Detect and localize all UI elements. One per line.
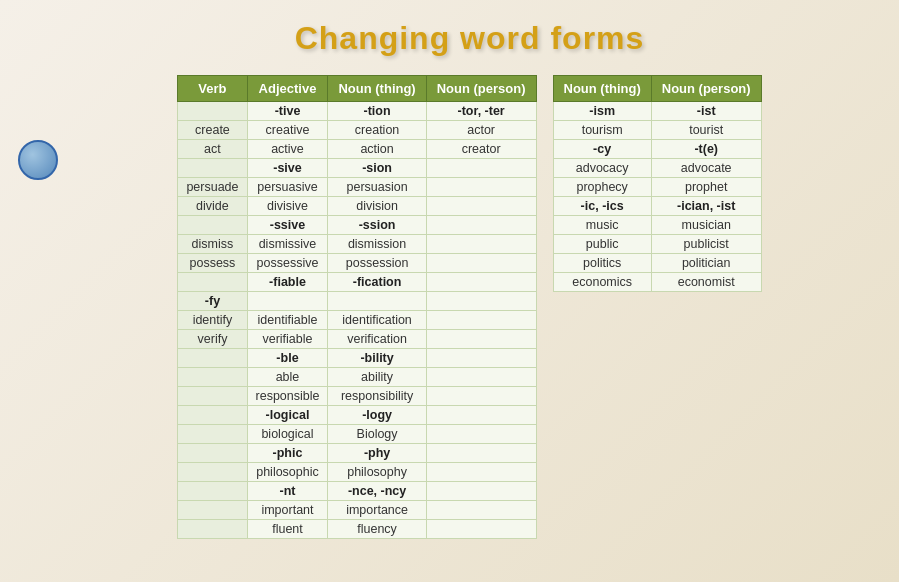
left-cell-r7-c0: dismiss — [178, 235, 247, 254]
left-cell-r12-c1: verifiable — [247, 330, 328, 349]
left-cell-r20-c0 — [178, 482, 247, 501]
left-cell-r0-c3: -tor, -ter — [426, 102, 536, 121]
left-cell-r8-c2: possession — [328, 254, 426, 273]
page-title: Changing word forms — [295, 20, 645, 57]
left-cell-r17-c3 — [426, 425, 536, 444]
right-cell-r6-c0: music — [553, 216, 651, 235]
left-cell-r16-c3 — [426, 406, 536, 425]
right-cell-r3-c1: advocate — [651, 159, 761, 178]
left-cell-r11-c1: identifiable — [247, 311, 328, 330]
right-cell-r5-c1: -ician, -ist — [651, 197, 761, 216]
left-header-noun-person: Noun (person) — [426, 76, 536, 102]
left-cell-r19-c3 — [426, 463, 536, 482]
left-cell-r19-c1: philosophic — [247, 463, 328, 482]
right-cell-r9-c1: economist — [651, 273, 761, 292]
left-cell-r12-c0: verify — [178, 330, 247, 349]
left-cell-r21-c0 — [178, 501, 247, 520]
left-cell-r15-c3 — [426, 387, 536, 406]
right-header-noun-person: Noun (person) — [651, 76, 761, 102]
left-cell-r10-c0: -fy — [178, 292, 247, 311]
left-cell-r18-c2: -phy — [328, 444, 426, 463]
left-cell-r20-c3 — [426, 482, 536, 501]
left-cell-r3-c3 — [426, 159, 536, 178]
left-cell-r6-c0 — [178, 216, 247, 235]
left-cell-r7-c2: dismission — [328, 235, 426, 254]
left-cell-r0-c2: -tion — [328, 102, 426, 121]
left-cell-r6-c2: -ssion — [328, 216, 426, 235]
left-cell-r11-c3 — [426, 311, 536, 330]
left-cell-r2-c3: creator — [426, 140, 536, 159]
left-cell-r5-c2: division — [328, 197, 426, 216]
left-cell-r9-c3 — [426, 273, 536, 292]
left-cell-r7-c1: dismissive — [247, 235, 328, 254]
left-cell-r14-c2: ability — [328, 368, 426, 387]
right-cell-r0-c0: -ism — [553, 102, 651, 121]
left-cell-r17-c0 — [178, 425, 247, 444]
left-cell-r1-c1: creative — [247, 121, 328, 140]
left-cell-r20-c2: -nce, -ncy — [328, 482, 426, 501]
left-cell-r18-c0 — [178, 444, 247, 463]
left-header-noun-thing: Noun (thing) — [328, 76, 426, 102]
left-cell-r16-c2: -logy — [328, 406, 426, 425]
left-cell-r22-c3 — [426, 520, 536, 539]
left-cell-r18-c1: -phic — [247, 444, 328, 463]
left-cell-r15-c1: responsible — [247, 387, 328, 406]
left-cell-r1-c3: actor — [426, 121, 536, 140]
left-cell-r18-c3 — [426, 444, 536, 463]
left-cell-r11-c2: identification — [328, 311, 426, 330]
left-cell-r16-c0 — [178, 406, 247, 425]
left-cell-r9-c0 — [178, 273, 247, 292]
left-cell-r21-c1: important — [247, 501, 328, 520]
left-cell-r12-c3 — [426, 330, 536, 349]
left-cell-r8-c0: possess — [178, 254, 247, 273]
left-cell-r5-c3 — [426, 197, 536, 216]
left-cell-r2-c2: action — [328, 140, 426, 159]
left-header-verb: Verb — [178, 76, 247, 102]
left-cell-r17-c2: Biology — [328, 425, 426, 444]
right-table: Noun (thing) Noun (person) -ism-isttouri… — [553, 75, 762, 292]
right-cell-r8-c1: politician — [651, 254, 761, 273]
left-cell-r19-c0 — [178, 463, 247, 482]
left-cell-r4-c0: persuade — [178, 178, 247, 197]
right-cell-r4-c0: prophecy — [553, 178, 651, 197]
right-cell-r9-c0: economics — [553, 273, 651, 292]
right-cell-r6-c1: musician — [651, 216, 761, 235]
left-cell-r0-c1: -tive — [247, 102, 328, 121]
left-cell-r1-c0: create — [178, 121, 247, 140]
right-cell-r7-c0: public — [553, 235, 651, 254]
left-cell-r3-c0 — [178, 159, 247, 178]
left-cell-r15-c0 — [178, 387, 247, 406]
left-cell-r7-c3 — [426, 235, 536, 254]
left-cell-r12-c2: verification — [328, 330, 426, 349]
right-cell-r2-c1: -t(e) — [651, 140, 761, 159]
left-cell-r5-c1: divisive — [247, 197, 328, 216]
left-cell-r8-c3 — [426, 254, 536, 273]
left-cell-r5-c0: divide — [178, 197, 247, 216]
right-cell-r3-c0: advocacy — [553, 159, 651, 178]
left-cell-r20-c1: -nt — [247, 482, 328, 501]
right-cell-r1-c0: tourism — [553, 121, 651, 140]
left-cell-r14-c1: able — [247, 368, 328, 387]
left-cell-r13-c1: -ble — [247, 349, 328, 368]
left-cell-r3-c1: -sive — [247, 159, 328, 178]
right-cell-r0-c1: -ist — [651, 102, 761, 121]
left-cell-r4-c2: persuasion — [328, 178, 426, 197]
right-cell-r2-c0: -cy — [553, 140, 651, 159]
left-cell-r21-c3 — [426, 501, 536, 520]
left-cell-r17-c1: biological — [247, 425, 328, 444]
left-cell-r15-c2: responsibility — [328, 387, 426, 406]
left-cell-r10-c1 — [247, 292, 328, 311]
left-cell-r14-c3 — [426, 368, 536, 387]
right-cell-r8-c0: politics — [553, 254, 651, 273]
left-header-adjective: Adjective — [247, 76, 328, 102]
left-cell-r19-c2: philosophy — [328, 463, 426, 482]
left-cell-r13-c0 — [178, 349, 247, 368]
left-cell-r9-c1: -fiable — [247, 273, 328, 292]
left-cell-r1-c2: creation — [328, 121, 426, 140]
left-cell-r6-c3 — [426, 216, 536, 235]
left-cell-r0-c0 — [178, 102, 247, 121]
left-cell-r14-c0 — [178, 368, 247, 387]
right-cell-r4-c1: prophet — [651, 178, 761, 197]
left-cell-r22-c1: fluent — [247, 520, 328, 539]
right-cell-r7-c1: publicist — [651, 235, 761, 254]
